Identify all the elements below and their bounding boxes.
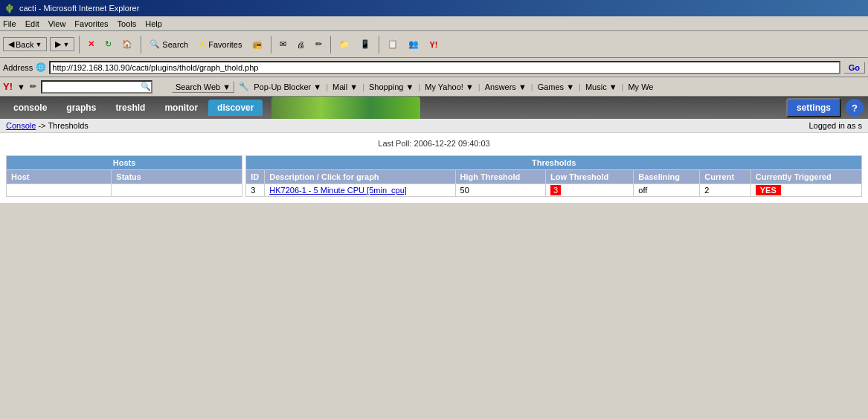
- edit-button[interactable]: ✏: [312, 37, 326, 51]
- yahoo-answers[interactable]: Answers ▼: [485, 82, 527, 91]
- yahoo-separator-5: |: [531, 82, 533, 91]
- stop-icon: ✕: [88, 39, 94, 49]
- hosts-table: Hosts Host Status: [6, 155, 242, 197]
- yahoo-separator-2: |: [362, 82, 364, 91]
- tab-discover[interactable]: discover: [208, 100, 263, 116]
- cacti-nav: console graphs treshld monitor discover …: [0, 97, 868, 119]
- tab-console[interactable]: console: [4, 100, 56, 116]
- high-threshold-col-header: High Threshold: [455, 170, 545, 184]
- yahoo-separator-1: |: [326, 82, 328, 91]
- row-low-threshold: 3: [546, 184, 634, 197]
- yahoo-mywe[interactable]: My We: [628, 82, 653, 91]
- refresh-icon: ↻: [105, 39, 112, 49]
- main-table: Hosts Host Status: [6, 155, 862, 197]
- yahoo-search-button[interactable]: Search Web ▼: [172, 81, 234, 93]
- yahoo-mail[interactable]: Mail ▼: [332, 82, 358, 91]
- row-baselining: off: [634, 184, 700, 197]
- yahoo-separator-6: |: [579, 82, 581, 91]
- yahoo-separator-4: |: [478, 82, 480, 91]
- logged-in-text: Logged in as s: [808, 121, 862, 130]
- id-col-header: ID: [246, 170, 265, 184]
- media-icon: 📻: [252, 39, 263, 49]
- device-button[interactable]: 📱: [356, 37, 374, 51]
- yahoo-games[interactable]: Games ▼: [538, 82, 574, 91]
- forward-dropdown-icon[interactable]: ▼: [62, 41, 69, 48]
- menu-bar: File Edit View Favorites Tools Help: [0, 16, 868, 31]
- yahoo-shopping[interactable]: Shopping ▼: [369, 82, 414, 91]
- yahoo-search-input[interactable]: [41, 80, 152, 94]
- media-button[interactable]: 📻: [248, 37, 266, 51]
- home-button[interactable]: 🏠: [118, 37, 136, 51]
- stop-button[interactable]: ✕: [84, 37, 98, 51]
- refresh-button[interactable]: ↻: [101, 37, 115, 51]
- star-icon: ★: [199, 39, 206, 49]
- menu-view[interactable]: View: [48, 19, 66, 28]
- yahoo-separator-3: |: [418, 82, 420, 91]
- go-button[interactable]: Go: [843, 62, 865, 74]
- breadcrumb-separator: ->: [38, 121, 45, 130]
- row-high-threshold: 50: [455, 184, 545, 197]
- yahoo-toolbar: Y! ▼ ✏ 🔍 Search Web ▼ 🔧 Pop-Up Blocker ▼…: [0, 77, 868, 97]
- menu-tools[interactable]: Tools: [118, 19, 137, 28]
- yahoo-icon-btn[interactable]: Y!: [425, 38, 441, 51]
- menu-file[interactable]: File: [3, 19, 16, 28]
- yahoo-spanner-icon: 🔧: [239, 82, 249, 91]
- print-icon: 🖨: [297, 40, 305, 49]
- pencil-icon[interactable]: ✏: [30, 82, 36, 91]
- title-bar-text: cacti - Microsoft Internet Explorer: [19, 4, 139, 13]
- hosts-header: Hosts: [7, 156, 242, 170]
- folder-icon: 📁: [339, 39, 350, 49]
- status-col-header: Status: [112, 170, 242, 184]
- favorites-button[interactable]: ★ Favorites: [195, 37, 245, 51]
- back-button[interactable]: ◀ Back ▼: [3, 37, 47, 51]
- low-threshold-value: 3: [550, 185, 561, 195]
- address-input[interactable]: [49, 61, 840, 74]
- tab-monitor[interactable]: monitor: [155, 100, 207, 116]
- triggered-badge: YES: [756, 185, 781, 195]
- host-name-cell: [7, 184, 112, 197]
- poll-info: Last Poll: 2006-12-22 09:40:03: [6, 139, 862, 148]
- settings-button[interactable]: settings: [786, 98, 841, 117]
- description-link[interactable]: HK7206-1 - 5 Minute CPU [5min_cpu]: [269, 186, 407, 195]
- tab-graphs[interactable]: graphs: [57, 100, 105, 116]
- yahoo-music[interactable]: Music ▼: [585, 82, 617, 91]
- threshold-row: 3 HK7206-1 - 5 Minute CPU [5min_cpu] 50 …: [246, 184, 862, 197]
- breadcrumb-current: Thresholds: [48, 121, 88, 130]
- help-button[interactable]: ?: [846, 99, 864, 117]
- host-status-cell: [112, 184, 242, 197]
- toolbar: ◀ Back ▼ ▶ ▼ ✕ ↻ 🏠 🔍 Search ★ Favorites …: [0, 31, 868, 58]
- contacts-button[interactable]: 👥: [405, 37, 422, 51]
- address-bar: Address 🌐 Go: [0, 58, 868, 77]
- yahoo-popup-blocker[interactable]: Pop-Up Blocker ▼: [254, 82, 321, 91]
- low-threshold-col-header: Low Threshold: [546, 170, 634, 184]
- folder-button[interactable]: 📁: [335, 37, 353, 51]
- separator-4: [330, 36, 331, 53]
- history-button[interactable]: 📋: [384, 37, 402, 51]
- content-area: Last Poll: 2006-12-22 09:40:03 Hosts Hos…: [0, 133, 868, 203]
- yahoo-myyahoo[interactable]: My Yahoo! ▼: [425, 82, 474, 91]
- tab-treshld[interactable]: treshld: [106, 100, 154, 116]
- yahoo-dropdown-icon[interactable]: ▼: [17, 82, 25, 91]
- breadcrumb-bar: Console -> Thresholds Logged in as s: [0, 119, 868, 133]
- forward-button[interactable]: ▶ ▼: [50, 37, 74, 51]
- contacts-icon: 👥: [408, 39, 419, 49]
- separator-1: [79, 36, 80, 53]
- thresholds-table: Thresholds ID Description / Click for gr…: [245, 155, 862, 197]
- title-bar-icon: 🌵: [4, 4, 15, 13]
- console-link[interactable]: Console: [6, 121, 36, 130]
- host-col-header: Host: [7, 170, 112, 184]
- row-description: HK7206-1 - 5 Minute CPU [5min_cpu]: [265, 184, 455, 197]
- back-dropdown-icon[interactable]: ▼: [35, 41, 42, 48]
- baselining-col-header: Baselining: [634, 170, 700, 184]
- yahoo-logo: Y!: [3, 81, 13, 92]
- menu-favorites[interactable]: Favorites: [74, 19, 108, 28]
- search-button[interactable]: 🔍 Search: [146, 37, 192, 51]
- yahoo-logo-icon: Y!: [429, 40, 437, 49]
- home-icon: 🏠: [122, 39, 132, 49]
- menu-help[interactable]: Help: [145, 19, 162, 28]
- print-button[interactable]: 🖨: [293, 38, 309, 51]
- currently-triggered-col-header: Currently Triggered: [750, 170, 861, 184]
- mail-button[interactable]: ✉: [276, 37, 290, 51]
- description-col-header: Description / Click for graph: [265, 170, 455, 184]
- menu-edit[interactable]: Edit: [25, 19, 39, 28]
